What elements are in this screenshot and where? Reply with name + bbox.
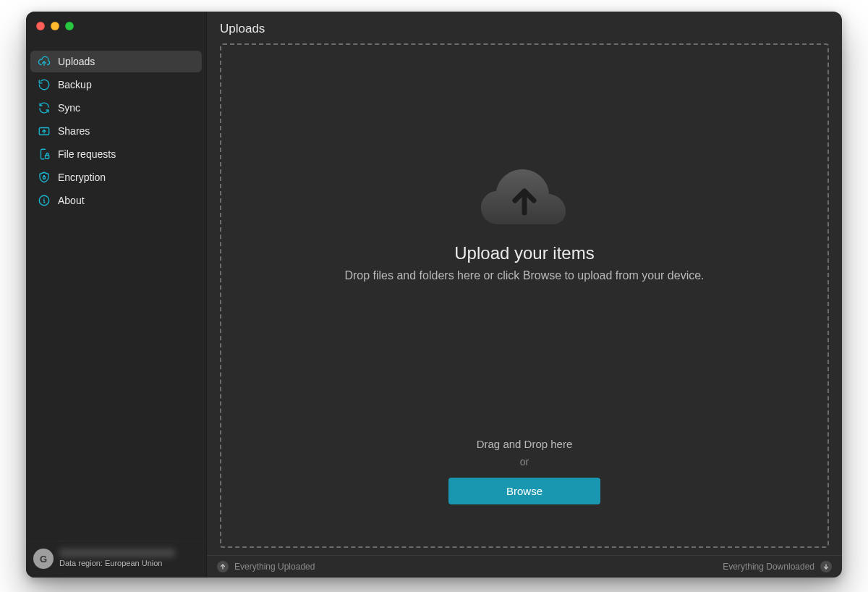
dropzone-title: Upload your items [454, 243, 594, 263]
sidebar-item-label: Backup [58, 79, 92, 90]
share-folder-icon [38, 124, 51, 138]
sidebar-item-label: Encryption [58, 172, 106, 183]
sync-icon [38, 101, 51, 114]
main-content: Uploads [207, 12, 842, 578]
sidebar-footer: G Data region: European Union [26, 541, 206, 578]
sidebar-item-label: Uploads [58, 56, 95, 67]
browse-button[interactable]: Browse [448, 478, 600, 504]
data-region-label: Data region: European Union [59, 559, 175, 568]
user-email-redacted [59, 549, 175, 557]
upload-status-icon [217, 561, 229, 572]
window-close-button[interactable] [36, 22, 45, 30]
sidebar: Uploads Backup Sync [26, 12, 207, 578]
shield-lock-icon [38, 171, 51, 184]
file-lock-icon [38, 148, 51, 161]
status-bar: Everything Uploaded Everything Downloade… [207, 555, 842, 578]
sidebar-item-label: File requests [58, 148, 116, 160]
sidebar-item-backup[interactable]: Backup [30, 74, 202, 96]
history-icon [38, 78, 51, 91]
window-zoom-button[interactable] [65, 22, 74, 30]
main-body: Upload your items Drop files and folders… [207, 43, 842, 555]
upload-status-text: Everything Uploaded [234, 562, 315, 572]
svg-rect-1 [46, 156, 49, 159]
window-controls [26, 12, 206, 38]
sidebar-item-file-requests[interactable]: File requests [30, 143, 202, 165]
sidebar-item-shares[interactable]: Shares [30, 120, 202, 142]
app-window: Uploads Backup Sync [26, 12, 842, 578]
info-icon [38, 194, 51, 207]
sidebar-item-label: Shares [58, 125, 90, 137]
page-title: Uploads [207, 12, 842, 43]
upload-dropzone[interactable]: Upload your items Drop files and folders… [220, 43, 829, 548]
cloud-upload-icon [38, 55, 51, 68]
avatar[interactable]: G [33, 549, 54, 569]
user-block: Data region: European Union [59, 549, 175, 568]
sidebar-item-label: About [58, 195, 85, 206]
sidebar-nav: Uploads Backup Sync [26, 38, 206, 213]
drag-drop-hint: Drag and Drop here [477, 438, 573, 450]
cloud-upload-large-icon [474, 153, 575, 233]
sidebar-item-label: Sync [58, 102, 80, 114]
download-status-icon [820, 561, 832, 572]
window-minimize-button[interactable] [51, 22, 59, 30]
sidebar-item-uploads[interactable]: Uploads [30, 51, 202, 72]
or-label: or [520, 456, 529, 468]
sidebar-item-sync[interactable]: Sync [30, 97, 202, 119]
sidebar-item-encryption[interactable]: Encryption [30, 166, 202, 188]
dropzone-actions: Drag and Drop here or Browse [448, 438, 600, 504]
download-status-text: Everything Downloaded [723, 562, 814, 572]
dropzone-hero: Upload your items Drop files and folders… [323, 153, 726, 282]
sidebar-item-about[interactable]: About [30, 190, 202, 211]
dropzone-subtitle: Drop files and folders here or click Bro… [344, 269, 704, 282]
